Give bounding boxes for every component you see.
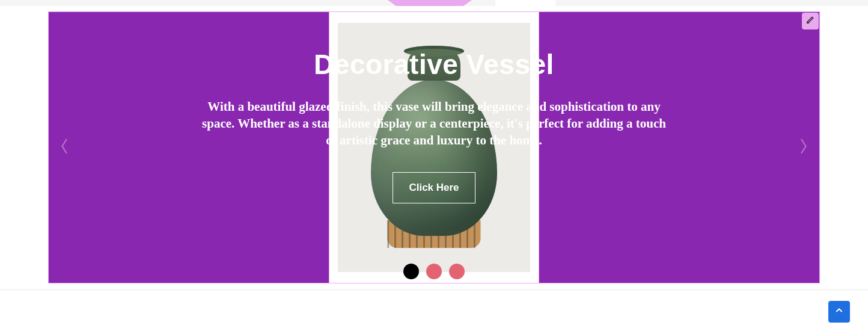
scroll-to-top-button[interactable] — [828, 301, 850, 323]
page-topbar — [0, 0, 868, 6]
edit-section-button[interactable] — [802, 13, 819, 29]
topbar-segment — [495, 0, 555, 6]
slider-prev-button[interactable] — [56, 138, 74, 156]
chevron-up-icon — [834, 306, 844, 318]
pencil-icon — [806, 16, 815, 26]
slider-dot-2[interactable] — [426, 264, 442, 279]
slider-frame: Decorative Vessel With a beautiful glaze… — [48, 11, 820, 283]
product-photo — [338, 23, 530, 272]
slide-image — [329, 12, 539, 283]
slider-dot-3[interactable] — [449, 264, 465, 279]
chevron-right-icon — [798, 137, 808, 158]
slider-section: Decorative Vessel With a beautiful glaze… — [48, 11, 820, 283]
slide-cta-button[interactable]: Click Here — [393, 172, 475, 203]
section-divider — [0, 289, 868, 290]
hero-slider: Decorative Vessel With a beautiful glaze… — [49, 12, 819, 283]
slider-next-button[interactable] — [794, 138, 812, 156]
topbar-accent — [388, 0, 472, 6]
chevron-left-icon — [60, 137, 70, 158]
slider-dots — [403, 264, 465, 279]
slider-dot-1[interactable] — [403, 264, 419, 279]
